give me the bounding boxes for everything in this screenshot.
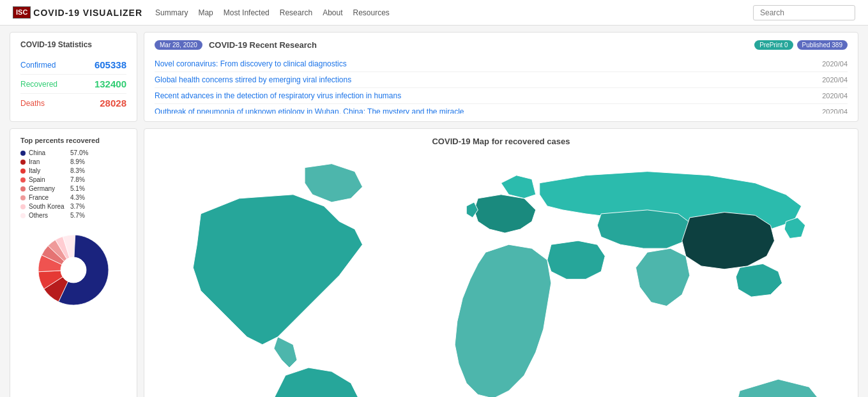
- research-header-left: Mar 28, 2020 COVID-19 Recent Research: [155, 40, 317, 50]
- research-item: Novel coronavirus: From discovery to cli…: [155, 56, 848, 72]
- map-container: [155, 151, 848, 397]
- nav-most-infected[interactable]: Most Infected: [224, 7, 270, 19]
- nav-links: Summary Map Most Infected Research About…: [155, 7, 753, 19]
- confirmed-value: 605338: [95, 59, 126, 70]
- legend-pct-5: 4.3%: [70, 194, 85, 201]
- legend-name-7: Others: [29, 212, 67, 219]
- legend-name-5: France: [29, 194, 67, 201]
- legend-pct-7: 5.7%: [70, 212, 85, 219]
- pie-svg: [29, 225, 118, 315]
- research-date-2: 2020/04: [822, 92, 848, 100]
- legend-dot-2: [20, 169, 26, 174]
- nav-about[interactable]: About: [323, 7, 342, 19]
- research-date-0: 2020/04: [822, 60, 848, 68]
- legend-dot-7: [20, 213, 26, 218]
- nav-research[interactable]: Research: [280, 7, 312, 19]
- map-panel: COVID-19 Map for recovered cases: [144, 128, 858, 397]
- stats-title: COVID-19 Statistics: [20, 40, 126, 49]
- deaths-label: Deaths: [20, 99, 45, 108]
- legend-dot-3: [20, 177, 26, 183]
- stats-panel: COVID-19 Statistics Confirmed 605338 Rec…: [10, 32, 137, 122]
- research-link-0[interactable]: Novel coronavirus: From discovery to cli…: [155, 59, 816, 68]
- pie-center: [61, 257, 86, 283]
- research-date-1: 2020/04: [822, 76, 848, 84]
- recovered-row: Recovered 132400: [20, 75, 126, 94]
- research-panel: Mar 28, 2020 COVID-19 Recent Research Pr…: [144, 32, 858, 122]
- deaths-row: Deaths 28028: [20, 94, 126, 112]
- legend-item: France4.3%: [20, 194, 126, 201]
- badges-right: PrePrint 0 Published 389: [754, 40, 848, 50]
- navbar: ISC COVID-19 VISUALIZER Summary Map Most…: [0, 0, 868, 26]
- bottom-row: Top percents recovered China57.0%Iran8.9…: [10, 128, 858, 397]
- published-badge: Published 389: [797, 40, 848, 50]
- logo-icon: ISC: [13, 6, 31, 19]
- legend-item: South Korea3.7%: [20, 203, 126, 210]
- legend-item: Spain7.8%: [20, 176, 126, 183]
- main-content: COVID-19 Statistics Confirmed 605338 Rec…: [0, 26, 868, 397]
- legend-pct-2: 8.3%: [70, 167, 85, 174]
- legend-name-4: Germany: [29, 185, 67, 192]
- pie-chart: [29, 225, 118, 315]
- research-item: Recent advances in the detection of resp…: [155, 88, 848, 104]
- recovered-label: Recovered: [20, 80, 57, 89]
- nav-resources[interactable]: Resources: [353, 7, 390, 19]
- search-input[interactable]: [753, 5, 855, 20]
- map-title: COVID-19 Map for recovered cases: [155, 137, 848, 146]
- confirmed-row: Confirmed 605338: [20, 56, 126, 75]
- legend-pct-4: 5.1%: [70, 185, 85, 192]
- research-link-2[interactable]: Recent advances in the detection of resp…: [155, 91, 816, 100]
- research-item: Global health concerns stirred by emergi…: [155, 72, 848, 88]
- legend-name-6: South Korea: [29, 203, 67, 210]
- research-articles: Novel coronavirus: From discovery to cli…: [155, 56, 848, 114]
- legend-dot-6: [20, 204, 26, 209]
- research-item: Outbreak of pneumonia of unknown etiolog…: [155, 104, 848, 114]
- legend-item: Italy8.3%: [20, 167, 126, 174]
- date-badge: Mar 28, 2020: [155, 40, 202, 50]
- legend-pct-0: 57.0%: [70, 149, 88, 156]
- legend-pct-3: 7.8%: [70, 176, 85, 183]
- research-link-3[interactable]: Outbreak of pneumonia of unknown etiolog…: [155, 107, 816, 114]
- deaths-value: 28028: [100, 98, 126, 109]
- preprint-badge: PrePrint 0: [754, 40, 793, 50]
- legend-item: Iran8.9%: [20, 158, 126, 165]
- nav-map[interactable]: Map: [198, 7, 213, 19]
- app-title: COVID-19 VISUALIZER: [33, 8, 142, 18]
- legend-item: Others5.7%: [20, 212, 126, 219]
- legend-pct-6: 3.7%: [70, 203, 85, 210]
- legend-item: China57.0%: [20, 149, 126, 156]
- research-header: Mar 28, 2020 COVID-19 Recent Research Pr…: [155, 40, 848, 50]
- legend-item: Germany5.1%: [20, 185, 126, 192]
- research-list: Novel coronavirus: From discovery to cli…: [155, 56, 848, 114]
- top-row: COVID-19 Statistics Confirmed 605338 Rec…: [10, 32, 858, 122]
- pie-title: Top percents recovered: [20, 137, 126, 144]
- legend-pct-1: 8.9%: [70, 158, 85, 165]
- recovered-value: 132400: [95, 79, 126, 89]
- confirmed-label: Confirmed: [20, 61, 56, 70]
- legend-dot-5: [20, 195, 26, 200]
- pie-panel: Top percents recovered China57.0%Iran8.9…: [10, 128, 137, 397]
- research-date-3: 2020/04: [822, 108, 848, 114]
- research-title: COVID-19 Recent Research: [209, 40, 317, 50]
- legend-dot-4: [20, 186, 26, 191]
- nav-summary[interactable]: Summary: [155, 7, 188, 19]
- legend-name-1: Iran: [29, 158, 67, 165]
- research-link-1[interactable]: Global health concerns stirred by emergi…: [155, 75, 816, 84]
- world-map-svg: [155, 151, 848, 397]
- legend-name-3: Spain: [29, 176, 67, 183]
- legend-name-2: Italy: [29, 167, 67, 174]
- legend-name-0: China: [29, 149, 67, 156]
- pie-legend: China57.0%Iran8.9%Italy8.3%Spain7.8%Germ…: [20, 149, 126, 219]
- logo-box: ISC COVID-19 VISUALIZER: [13, 6, 142, 19]
- legend-dot-0: [20, 151, 26, 156]
- legend-dot-1: [20, 160, 26, 165]
